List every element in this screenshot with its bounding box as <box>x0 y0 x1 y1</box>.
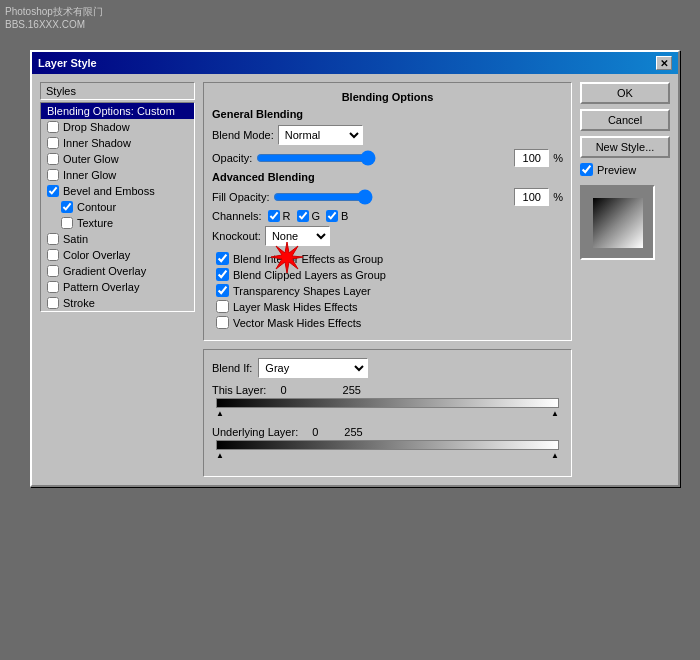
preview-image <box>593 198 643 248</box>
layer-mask-checkbox[interactable] <box>216 300 229 313</box>
close-button[interactable]: ✕ <box>656 56 672 70</box>
knockout-select[interactable]: None Shallow Deep <box>265 226 330 246</box>
cancel-button[interactable]: Cancel <box>580 109 670 131</box>
sidebar-item-drop-shadow[interactable]: Drop Shadow <box>41 119 194 135</box>
knockout-row: Knockout: None Shallow Deep <box>212 226 563 246</box>
channel-b-label[interactable]: B <box>326 210 348 222</box>
sidebar-item-inner-shadow[interactable]: Inner Shadow <box>41 135 194 151</box>
sidebar-item-gradient-overlay[interactable]: Gradient Overlay <box>41 263 194 279</box>
layer-style-dialog: Layer Style ✕ Styles Blending Options: C… <box>30 50 680 487</box>
sidebar-item-color-overlay[interactable]: Color Overlay <box>41 247 194 263</box>
sidebar-item-blending-options[interactable]: Blending Options: Custom <box>41 103 194 119</box>
blending-options-label: Blending Options: Custom <box>47 105 175 117</box>
preview-row: Preview <box>580 163 670 176</box>
inner-glow-checkbox[interactable] <box>47 169 59 181</box>
texture-checkbox[interactable] <box>61 217 73 229</box>
new-style-button[interactable]: New Style... <box>580 136 670 158</box>
fill-opacity-range[interactable] <box>273 189 373 205</box>
channel-r-checkbox[interactable] <box>268 210 280 222</box>
sidebar-item-satin[interactable]: Satin <box>41 231 194 247</box>
this-layer-min: 0 <box>280 384 286 396</box>
texture-label: Texture <box>77 217 113 229</box>
preview-box <box>580 185 655 260</box>
blend-interior-checkbox[interactable] <box>216 252 229 265</box>
fill-opacity-slider[interactable] <box>273 188 510 206</box>
blend-clipped-checkbox[interactable] <box>216 268 229 281</box>
outer-glow-checkbox[interactable] <box>47 153 59 165</box>
stroke-checkbox[interactable] <box>47 297 59 309</box>
bevel-emboss-checkbox[interactable] <box>47 185 59 197</box>
stroke-label: Stroke <box>63 297 95 309</box>
pattern-overlay-label: Pattern Overlay <box>63 281 139 293</box>
transparency-shapes-checkbox[interactable] <box>216 284 229 297</box>
pattern-overlay-checkbox[interactable] <box>47 281 59 293</box>
fill-opacity-label: Fill Opacity: <box>212 191 269 203</box>
channel-r-label[interactable]: R <box>268 210 291 222</box>
inner-glow-label: Inner Glow <box>63 169 116 181</box>
title-bar: Layer Style ✕ <box>32 52 678 74</box>
color-overlay-checkbox[interactable] <box>47 249 59 261</box>
opacity-percent: % <box>553 152 563 164</box>
vector-mask-row: Vector Mask Hides Effects <box>216 316 563 329</box>
advanced-checkboxes: Blend Interior Effects as Group Blend Cl… <box>216 252 563 329</box>
vector-mask-checkbox[interactable] <box>216 316 229 329</box>
blend-if-label: Blend If: <box>212 362 252 374</box>
gradient-overlay-checkbox[interactable] <box>47 265 59 277</box>
outer-glow-label: Outer Glow <box>63 153 119 165</box>
blend-clipped-label: Blend Clipped Layers as Group <box>233 269 386 281</box>
channel-g-text: G <box>312 210 321 222</box>
color-overlay-label: Color Overlay <box>63 249 130 261</box>
underlying-layer-row: Underlying Layer: 0 255 ▲ ▲ <box>212 426 563 460</box>
inner-shadow-checkbox[interactable] <box>47 137 59 149</box>
gradient-overlay-label: Gradient Overlay <box>63 265 146 277</box>
sidebar-item-pattern-overlay[interactable]: Pattern Overlay <box>41 279 194 295</box>
blend-if-section: Blend If: Gray Red Green Blue This Layer… <box>203 349 572 477</box>
preview-checkbox[interactable] <box>580 163 593 176</box>
blend-mode-row: Blend Mode: Normal Dissolve Multiply <box>212 125 563 145</box>
sidebar-item-outer-glow[interactable]: Outer Glow <box>41 151 194 167</box>
blend-mode-select[interactable]: Normal Dissolve Multiply <box>278 125 363 145</box>
sidebar-item-stroke[interactable]: Stroke <box>41 295 194 311</box>
this-layer-label: This Layer: <box>212 384 266 396</box>
drop-shadow-checkbox[interactable] <box>47 121 59 133</box>
contour-checkbox[interactable] <box>61 201 73 213</box>
fill-opacity-percent: % <box>553 191 563 203</box>
channel-b-text: B <box>341 210 348 222</box>
sidebar-item-inner-glow[interactable]: Inner Glow <box>41 167 194 183</box>
satin-checkbox[interactable] <box>47 233 59 245</box>
contour-label: Contour <box>77 201 116 213</box>
blending-options-title: Blending Options <box>212 91 563 103</box>
layer-mask-row: Layer Mask Hides Effects <box>216 300 563 313</box>
general-blending-title: General Blending <box>212 108 563 120</box>
preview-label: Preview <box>597 164 636 176</box>
layer-mask-label: Layer Mask Hides Effects <box>233 301 358 313</box>
blend-interior-row: Blend Interior Effects as Group <box>216 252 563 265</box>
underlying-max: 255 <box>344 426 362 438</box>
channel-g-label[interactable]: G <box>297 210 321 222</box>
knockout-label: Knockout: <box>212 230 261 242</box>
opacity-slider[interactable] <box>256 149 510 167</box>
underlying-slider-wrapper: ▲ ▲ <box>216 440 559 460</box>
channel-b-checkbox[interactable] <box>326 210 338 222</box>
transparency-shapes-label: Transparency Shapes Layer <box>233 285 371 297</box>
channels-row: Channels: R G B <box>212 210 563 222</box>
satin-label: Satin <box>63 233 88 245</box>
fill-opacity-row: Fill Opacity: % <box>212 188 563 206</box>
sidebar-item-contour[interactable]: Contour <box>41 199 194 215</box>
sidebar-item-texture[interactable]: Texture <box>41 215 194 231</box>
advanced-blending-title: Advanced Blending <box>212 171 563 183</box>
channel-g-checkbox[interactable] <box>297 210 309 222</box>
fill-opacity-input[interactable] <box>514 188 549 206</box>
channels-label: Channels: <box>212 210 262 222</box>
drop-shadow-label: Drop Shadow <box>63 121 130 133</box>
blend-if-select[interactable]: Gray Red Green Blue <box>258 358 368 378</box>
this-layer-slider-wrapper: ▲ ▲ <box>216 398 559 418</box>
opacity-range[interactable] <box>256 150 376 166</box>
underlying-min: 0 <box>312 426 318 438</box>
opacity-input[interactable] <box>514 149 549 167</box>
sidebar-item-bevel-emboss[interactable]: Bevel and Emboss <box>41 183 194 199</box>
ok-button[interactable]: OK <box>580 82 670 104</box>
blend-interior-label: Blend Interior Effects as Group <box>233 253 383 265</box>
blend-clipped-row: Blend Clipped Layers as Group <box>216 268 563 281</box>
opacity-label: Opacity: <box>212 152 252 164</box>
